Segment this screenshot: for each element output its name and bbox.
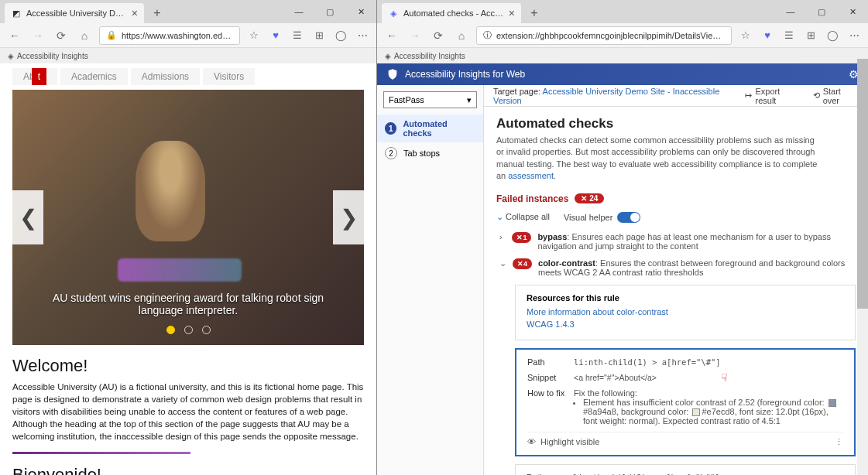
profile-icon[interactable]: ◯ (825, 28, 840, 43)
extension-bar-left: ◈ Accessibility Insights (0, 48, 376, 63)
profile-icon[interactable]: ◯ (333, 28, 348, 43)
nav-admissions[interactable]: Admissions (131, 68, 200, 85)
url-input[interactable]: ⓘ extension://ghbhpcookfemncgoinjblecnil… (476, 26, 732, 45)
resources-box: Resources for this rule More information… (515, 285, 856, 340)
howtofix-value: Fix the following: Element has insuffici… (574, 388, 843, 425)
scrollbar-thumb[interactable] (857, 59, 868, 309)
shield-icon (386, 68, 399, 80)
close-window-button[interactable]: ✕ (837, 0, 868, 23)
close-icon[interactable]: × (132, 7, 138, 19)
nav-academics[interactable]: Academics (60, 68, 128, 85)
carousel-dot-3[interactable] (202, 326, 211, 334)
visual-helper-label: Visual helper (564, 213, 612, 222)
step-tab-stops[interactable]: 2 Tab stops (377, 142, 483, 164)
close-icon[interactable]: × (509, 7, 515, 19)
carousel: ❮ ❯ AU student wins engineering award fo… (12, 90, 364, 345)
rule-count-badge: ✕ 1 (512, 232, 531, 243)
url-input[interactable]: 🔒 https://www.washington.edu/accesscompu… (99, 26, 240, 45)
right-address-bar: ← → ⟳ ⌂ ⓘ extension://ghbhpcookfemncgoin… (377, 23, 868, 48)
resource-link-1[interactable]: More information about color-contrast (527, 307, 668, 316)
ai-header-title: Accessibility Insights for Web (405, 69, 525, 80)
carousel-next-button[interactable]: ❯ (333, 190, 364, 244)
home-button[interactable]: ⌂ (76, 27, 93, 44)
chevron-down-icon: ⌄ (496, 212, 506, 221)
welcome-heading: Welcome! (12, 356, 364, 376)
favorites-icon[interactable]: ☰ (781, 28, 797, 43)
minimize-button[interactable]: — (775, 0, 806, 23)
new-tab-button[interactable]: + (524, 3, 544, 23)
section-divider (12, 452, 190, 454)
ai-header: Accessibility Insights for Web ⚙ (377, 63, 868, 85)
tab-title: Automated checks - Accessibility (403, 9, 504, 18)
rule-bypass[interactable]: › ✕ 1 bypass: Ensures each page has at l… (496, 232, 856, 251)
ai-main-content: Automated checks Automated checks can de… (484, 107, 868, 475)
back-button[interactable]: ← (383, 27, 400, 44)
heart-icon[interactable]: ♥ (268, 28, 283, 43)
carousel-caption: AU student wins engineering award for ta… (12, 282, 364, 326)
assessment-link[interactable]: assessment (508, 171, 554, 180)
menu-icon[interactable]: ⋯ (355, 28, 370, 43)
lock-icon: 🔒 (106, 30, 117, 40)
collections-icon[interactable]: ⊞ (803, 28, 818, 43)
rule-color-contrast[interactable]: ⌄ ✕ 4 color-contrast: Ensures the contra… (496, 258, 856, 277)
resource-link-2[interactable]: WCAG 1.4.3 (527, 320, 575, 329)
chevron-down-icon: ▾ (467, 95, 472, 105)
resources-heading: Resources for this rule (527, 293, 844, 302)
bienvenido-heading: Bienvenido! (12, 465, 364, 475)
nav-visitors[interactable]: Visitors (203, 68, 255, 85)
star-icon[interactable]: ☆ (738, 28, 753, 43)
carousel-dot-1[interactable] (166, 326, 175, 334)
new-tab-button[interactable]: + (147, 3, 167, 23)
collapse-all-button[interactable]: ⌄ Collapse all (496, 212, 550, 222)
step-number: 1 (385, 122, 396, 135)
kebab-menu-icon[interactable]: ⋮ (835, 437, 843, 447)
refresh-button[interactable]: ⟳ (53, 27, 70, 44)
maximize-button[interactable]: ▢ (314, 0, 345, 23)
welcome-paragraph: Accessible University (AU) is a fictiona… (12, 381, 364, 443)
page-title: Automated checks (496, 116, 856, 132)
browser-tab-left[interactable]: ◩ Accessible University Demo Site × (5, 3, 144, 23)
maximize-button[interactable]: ▢ (806, 0, 837, 23)
path-value: li:nth-child(1) > a[href="\#"] (574, 357, 843, 367)
carousel-dots (166, 326, 211, 345)
step-automated-checks[interactable]: 1 Automated checks (377, 114, 483, 142)
left-titlebar: ◩ Accessible University Demo Site × + — … (0, 0, 376, 23)
export-result-button[interactable]: ↦ Export result (745, 87, 801, 105)
tab-favicon-icon: ◩ (11, 8, 22, 19)
forward-button: → (29, 27, 46, 44)
star-icon[interactable]: ☆ (246, 28, 262, 43)
refresh-button[interactable]: ⟳ (430, 27, 447, 44)
left-address-bar: ← → ⟳ ⌂ 🔒 https://www.washington.edu/acc… (0, 23, 376, 48)
ext-shield-icon: ◈ (385, 52, 391, 60)
heart-icon[interactable]: ♥ (760, 28, 775, 43)
carousel-dot-2[interactable] (184, 326, 193, 334)
visual-helper-toggle[interactable] (617, 212, 640, 223)
favorites-icon[interactable]: ☰ (290, 28, 305, 43)
eye-icon: 👁 (527, 437, 536, 446)
snippet-value: <a href="#">About</a> ☟ (574, 373, 843, 382)
home-button[interactable]: ⌂ (453, 27, 470, 44)
test-type-dropdown[interactable]: FastPass ▾ (383, 91, 477, 108)
chevron-right-icon: › (499, 232, 506, 251)
carousel-prev-button[interactable]: ❮ (12, 190, 43, 244)
start-over-button[interactable]: ⟲ Start over (813, 87, 859, 105)
highlight-visible-button[interactable]: 👁 Highlight visible (527, 437, 599, 446)
left-page-content: Abt Academics Admissions Visitors ❮ ❯ AU… (0, 63, 376, 475)
menu-icon[interactable]: ⋯ (846, 28, 862, 43)
collections-icon[interactable]: ⊞ (311, 28, 327, 43)
info-icon: ⓘ (483, 29, 492, 41)
minimize-button[interactable]: — (283, 0, 314, 23)
tab-favicon-icon: ◈ (388, 8, 399, 19)
nav-about[interactable]: Abt (12, 68, 57, 85)
tab-title: Accessible University Demo Site (26, 9, 127, 18)
browser-tab-right[interactable]: ◈ Automated checks - Accessibility × (382, 3, 521, 23)
close-window-button[interactable]: ✕ (345, 0, 376, 23)
site-nav: Abt Academics Admissions Visitors (12, 68, 364, 85)
back-button[interactable]: ← (6, 27, 23, 44)
forward-button: → (407, 27, 424, 44)
failed-count-badge: ✕ 24 (575, 193, 604, 203)
step-number: 2 (385, 147, 397, 159)
rule-count-badge: ✕ 4 (513, 258, 532, 269)
failure-instance-1: Path li:nth-child(1) > a[href="\#"] Snip… (515, 348, 856, 456)
scrollbar[interactable] (857, 59, 868, 475)
